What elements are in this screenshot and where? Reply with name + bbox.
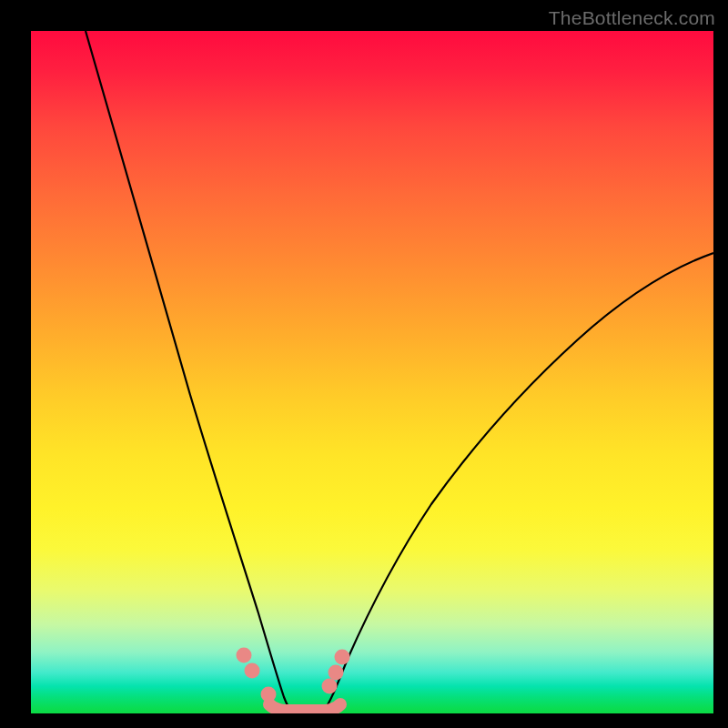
marker-right-3: [335, 650, 350, 665]
left-curve: [86, 31, 291, 710]
marker-left-3: [261, 687, 277, 703]
chart-outer-frame: TheBottleneck.com: [0, 0, 728, 728]
marker-left-1: [237, 648, 252, 663]
marker-right-2: [329, 665, 344, 681]
marker-left-2: [245, 663, 260, 679]
chart-svg-overlay: [31, 31, 713, 713]
chart-plot-area: [31, 31, 713, 713]
bottom-band: [269, 704, 340, 711]
marker-right-1: [322, 679, 338, 694]
watermark-text: TheBottleneck.com: [549, 7, 715, 29]
right-curve: [324, 253, 713, 710]
